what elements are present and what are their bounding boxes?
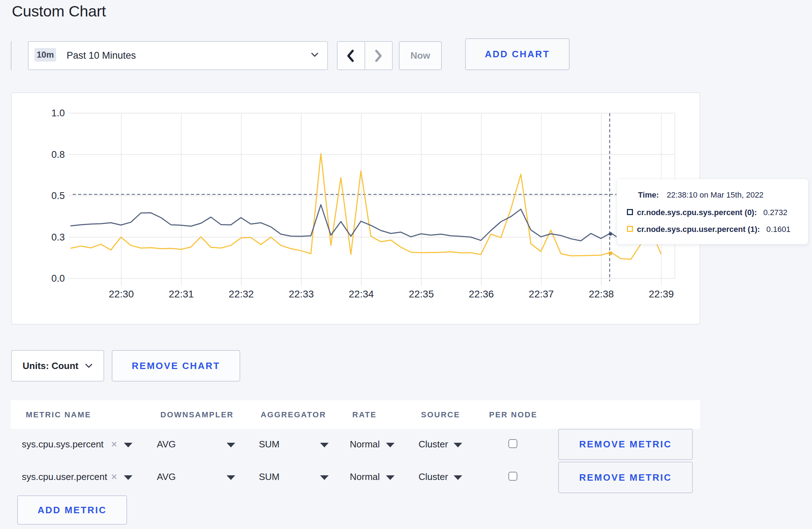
svg-text:22:39: 22:39 — [649, 288, 674, 300]
svg-text:0.5: 0.5 — [51, 190, 65, 201]
svg-text:22:36: 22:36 — [469, 288, 494, 300]
svg-text:0.3: 0.3 — [51, 232, 65, 243]
svg-text:22:33: 22:33 — [289, 288, 314, 300]
svg-text:22:30: 22:30 — [109, 288, 134, 300]
svg-text:22:32: 22:32 — [229, 288, 254, 300]
svg-text:0.0: 0.0 — [51, 273, 65, 284]
svg-text:22:31: 22:31 — [169, 288, 194, 300]
svg-text:22:34: 22:34 — [349, 288, 374, 300]
svg-text:1.0: 1.0 — [51, 108, 65, 118]
svg-text:22:37: 22:37 — [529, 288, 554, 300]
svg-text:22:38: 22:38 — [589, 288, 614, 300]
svg-text:22:35: 22:35 — [409, 288, 434, 300]
svg-text:0.8: 0.8 — [51, 149, 65, 160]
